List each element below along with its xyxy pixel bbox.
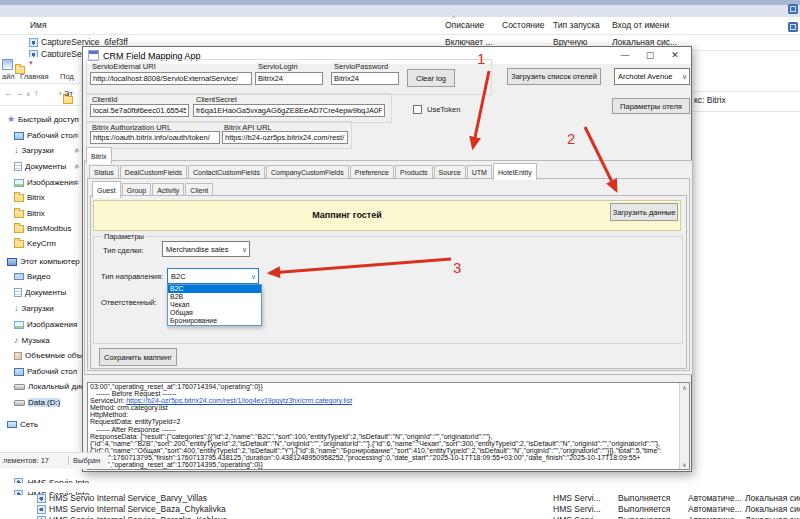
load-hotels-button[interactable]: Загрузить список отелей [507,68,601,85]
hotel-params-button[interactable]: Параметры отеля [612,98,690,114]
col-header-state[interactable]: Состояние [502,20,544,30]
sidebar-item-bitrix[interactable]: Bitrix [0,207,82,221]
desktop-icon [14,368,24,376]
client-id-input[interactable] [90,104,189,117]
sidebar-item-bitrix[interactable]: Bitrix [0,191,82,205]
recent-locations-icon[interactable]: ∨ [26,90,30,97]
log-line: {"id":0,"name":"Общая","sort":400,"entit… [88,447,689,454]
hotel-select[interactable]: Archotel Avenue ∨ [614,68,690,85]
sidebar-item-network[interactable]: Сеть [0,418,82,432]
log-output[interactable]: 03:00","operating_reset_at":1760714394,"… [87,382,690,470]
servio-uri-input[interactable] [90,72,252,85]
clear-log-button[interactable]: Clear log [407,69,455,87]
load-data-button[interactable]: Загрузить данные [610,203,678,221]
table-row[interactable]: HMS Servio Internal Service_Barvy_Villas… [0,493,800,504]
crm-field-mapping-dialog: CRM Field Mapping App — ▢ ✕ ServioExtern… [82,46,692,472]
bitrix-api-url-input[interactable] [222,131,348,144]
log-scrollbar[interactable]: ∧ ∨ [679,383,689,469]
sidebar-item-desktop[interactable]: Рабочий стол∗ [0,129,82,143]
tab-contactcustomfields[interactable]: ContactCustomFields [188,165,265,179]
up-icon[interactable]: ↑ [34,88,39,98]
close-button[interactable]: ✕ [665,49,685,62]
servio-password-label: ServioPassword [333,62,389,71]
sidebar-item-music[interactable]: ♪Музыка [0,334,82,348]
tab-dealcustomfields[interactable]: DealCustomFields [120,165,187,179]
service-icon [37,505,46,514]
client-secret-label: ClientSecret [195,95,238,104]
minimize-button[interactable]: — [615,49,635,62]
tab-bitrix[interactable]: Bitrix [86,147,112,164]
sidebar-item-documents[interactable]: Документы [0,286,82,300]
sidebar-item-pictures[interactable]: Изображения∗ [0,176,82,190]
sidebar-item-keycrm[interactable]: KeyCrm [0,237,82,251]
tab-guest[interactable]: Guest [92,181,121,198]
sidebar-item-this-pc[interactable]: Этот компьютер [0,255,82,269]
col-header-logon[interactable]: Вход от имени [612,20,669,30]
sidebar-item-quick-access[interactable]: ★Быстрый доступ [0,113,82,127]
sidebar-item-bmsmodbus[interactable]: BmsModbus [0,222,82,236]
sidebar-item-pictures[interactable]: Изображения [0,318,82,332]
items-count: лементов: 17 [3,456,49,465]
table-row[interactable]: HMS Servio Internal Service_Baza_Chykali… [0,504,800,515]
sidebar-item-data-d[interactable]: Data (D:) [0,396,82,410]
save-mapping-button[interactable]: Сохранить маппинг [99,348,177,366]
sidebar-item-desktop[interactable]: Рабочий стол [0,365,82,379]
ribbon-tab-home[interactable]: Главная [20,72,49,81]
tab-utm[interactable]: UTM [467,165,492,179]
deal-type-select[interactable]: Merchandise sales ∨ [162,241,250,257]
breadcrumb[interactable]: Эт [64,89,73,98]
dropdown-option-b2c[interactable]: B2C [168,285,261,293]
service-icon [37,494,46,503]
log-line: ResponseData: {"result":{"categories":[{… [88,433,689,440]
servio-password-input[interactable] [331,72,399,85]
sidebar-item-disk-c[interactable]: Локальный диск (C [0,380,82,394]
cube-icon [14,352,22,360]
sidebar-item-downloads[interactable]: ↓Загрузки∗ [0,144,82,158]
use-token-checkbox[interactable] [413,105,422,114]
dropdown-option-booking[interactable]: Бронирование [168,317,261,325]
ribbon-tab-share[interactable]: Под [60,72,74,81]
tab-hotelentity[interactable]: HotelEntity [493,163,537,180]
explorer-statusbar: лементов: 17 Выбран [0,452,108,469]
dropdown-option-b2b[interactable]: B2B [168,293,261,301]
folder-icon [14,240,24,248]
tab-source[interactable]: Source [434,165,466,179]
sidebar-item-3d-objects[interactable]: Объемные объекты [0,349,82,363]
forward-icon[interactable]: → [15,88,24,98]
dropdown-option-common[interactable]: Общая [168,309,261,317]
log-line: Method: crm.category.list [88,404,689,411]
taskbar-app-icon[interactable] [788,4,798,14]
tab-companycustomfields[interactable]: CompanyCustomFields [266,165,349,179]
sidebar-item-videos[interactable]: Видео [0,270,82,284]
service-uri-link[interactable]: https://b24-ozr5ps.bitrix24.com/rest/1/l… [126,397,352,404]
log-line: HttpMethod: [88,411,689,418]
annotation-number-1: 1 [477,50,485,67]
folder-icon [14,210,24,218]
header-divider [0,34,800,35]
col-header-startup[interactable]: Тип запуска [553,20,600,30]
ribbon-tab-file[interactable]: айл [2,72,15,81]
dropdown-option-checkup[interactable]: Чекап [168,301,261,309]
download-icon: ↓ [14,146,19,155]
client-secret-input[interactable] [193,104,385,117]
col-header-description[interactable]: Описание [445,20,484,30]
tab-preference[interactable]: Preference [350,165,394,179]
col-header-name[interactable]: Имя [30,20,47,30]
maximize-button[interactable]: ▢ [640,49,660,62]
servio-login-input[interactable] [255,72,323,85]
parameters-group: Параметры Тип сделки: Merchandise sales … [93,236,683,344]
direction-type-select[interactable]: B2C ∨ [167,268,259,284]
table-row[interactable]: HMS Servio Inte [8,472,160,483]
taskbar-app-icon[interactable] [788,22,798,32]
sidebar-item-downloads[interactable]: ↓Загрузки [0,302,82,316]
tab-status[interactable]: Status [89,165,119,179]
direction-type-dropdown: B2C B2B Чекап Общая Бронирование [167,284,262,326]
tab-products[interactable]: Products [395,165,433,179]
back-icon[interactable]: ← [4,88,13,98]
scroll-down-icon[interactable]: ∨ [680,461,689,468]
quick-access-toolbar-icon[interactable]: ▾ [29,59,33,67]
sidebar-item-documents[interactable]: Документы∗ [0,160,82,174]
bitrix-auth-url-input[interactable] [90,131,220,144]
scroll-up-icon[interactable]: ∧ [680,384,689,391]
table-row[interactable]: HMS Servio Internal Service_Berezka_Kobl… [0,515,800,519]
